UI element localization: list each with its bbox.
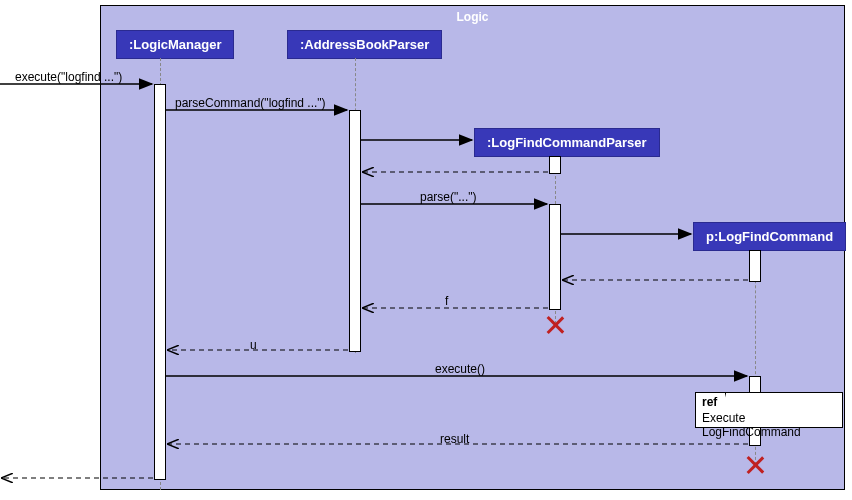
- activation-lfcp-create: [549, 156, 561, 174]
- participant-logic-manager: :LogicManager: [116, 30, 234, 59]
- ref-label: ref: [695, 392, 726, 411]
- frame-title: Logic: [457, 10, 489, 24]
- msg-execute-in: execute("logfind ..."): [15, 70, 122, 84]
- ref-text: Execute LogFindCommand: [702, 411, 842, 439]
- destroy-lfcp: [546, 316, 564, 334]
- activation-lfcp-parse: [549, 204, 561, 310]
- destroy-lfc: [746, 456, 764, 474]
- msg-return-f: f: [445, 294, 448, 308]
- participant-log-find-command: p:LogFindCommand: [693, 222, 846, 251]
- activation-logic-manager: [154, 84, 166, 480]
- msg-parse-command: parseCommand("logfind ..."): [175, 96, 326, 110]
- msg-return-u: u: [250, 338, 257, 352]
- activation-lfc-create: [749, 250, 761, 282]
- ref-box: ref Execute LogFindCommand: [695, 392, 843, 428]
- msg-result: result: [440, 432, 469, 446]
- participant-log-find-command-parser: :LogFindCommandParser: [474, 128, 660, 157]
- msg-execute: execute(): [435, 362, 485, 376]
- activation-address-book-parser: [349, 110, 361, 352]
- msg-parse: parse("..."): [420, 190, 477, 204]
- participant-address-book-parser: :AddressBookParser: [287, 30, 442, 59]
